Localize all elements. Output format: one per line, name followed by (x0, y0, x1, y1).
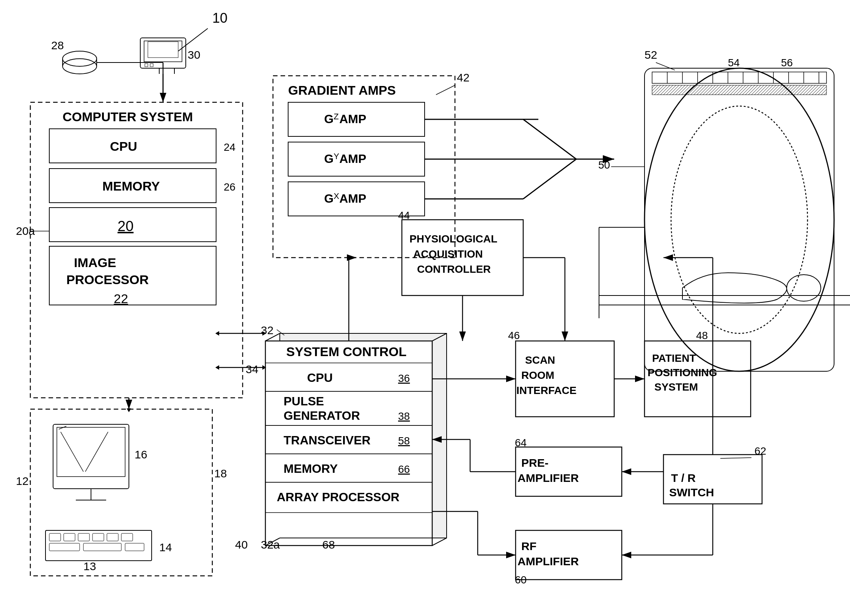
svg-text:T / R: T / R (671, 472, 696, 484)
svg-text:34: 34 (246, 363, 258, 375)
svg-text:54: 54 (728, 57, 740, 69)
svg-text:26: 26 (224, 181, 235, 193)
svg-text:AMP: AMP (339, 152, 366, 166)
svg-text:ROOM: ROOM (521, 369, 554, 381)
svg-text:ARRAY PROCESSOR: ARRAY PROCESSOR (277, 490, 400, 504)
svg-text:SCAN: SCAN (525, 354, 555, 366)
svg-text:AMPLIFIER: AMPLIFIER (518, 472, 579, 484)
svg-text:18: 18 (214, 467, 227, 480)
svg-text:CONTROLLER: CONTROLLER (417, 263, 491, 275)
mri-system-diagram: 10 30 28 COMPUTER SYSTEM CPU 24 MEMORY 2… (0, 0, 850, 616)
svg-text:G: G (324, 152, 334, 166)
svg-text:PRE-: PRE- (521, 457, 549, 469)
svg-text:46: 46 (508, 330, 520, 341)
svg-text:GENERATOR: GENERATOR (284, 409, 360, 422)
svg-text:22: 22 (114, 291, 128, 306)
svg-text:20: 20 (118, 218, 133, 234)
svg-text:MEMORY: MEMORY (284, 462, 338, 475)
svg-text:PROCESSOR: PROCESSOR (66, 272, 149, 287)
svg-rect-183 (652, 85, 826, 95)
svg-text:14: 14 (159, 541, 172, 553)
svg-text:SYSTEM  CONTROL: SYSTEM CONTROL (286, 344, 406, 359)
svg-text:66: 66 (398, 463, 410, 475)
svg-text:AMP: AMP (339, 112, 366, 126)
svg-text:38: 38 (398, 410, 410, 422)
svg-text:IMAGE: IMAGE (74, 255, 116, 270)
svg-text:AMPLIFIER: AMPLIFIER (518, 555, 579, 568)
svg-text:SWITCH: SWITCH (669, 486, 714, 499)
svg-text:36: 36 (398, 372, 410, 384)
svg-text:56: 56 (781, 57, 793, 69)
svg-text:GRADIENT AMPS: GRADIENT AMPS (288, 83, 396, 97)
svg-text:68: 68 (322, 538, 335, 551)
svg-text:RF: RF (521, 540, 536, 552)
svg-text:CPU: CPU (307, 371, 333, 385)
svg-text:13: 13 (83, 560, 96, 572)
svg-text:30: 30 (188, 48, 200, 61)
svg-text:SYSTEM: SYSTEM (654, 381, 698, 393)
svg-text:48: 48 (696, 330, 708, 341)
svg-text:42: 42 (457, 71, 469, 84)
svg-text:44: 44 (398, 210, 410, 221)
svg-text:CPU: CPU (110, 139, 137, 153)
svg-text:24: 24 (224, 141, 235, 153)
svg-text:40: 40 (235, 538, 248, 551)
svg-text:50: 50 (598, 159, 610, 171)
svg-text:64: 64 (515, 437, 527, 449)
svg-text:28: 28 (51, 39, 64, 52)
svg-text:PATIENT: PATIENT (652, 352, 696, 364)
svg-text:58: 58 (398, 435, 410, 447)
svg-text:32a: 32a (261, 538, 280, 551)
svg-text:PULSE: PULSE (284, 394, 324, 408)
svg-text:POSITIONING: POSITIONING (648, 367, 717, 378)
svg-text:62: 62 (754, 445, 766, 457)
svg-text:PHYSIOLOGICAL: PHYSIOLOGICAL (409, 233, 497, 245)
ref-10: 10 (212, 10, 227, 26)
svg-text:COMPUTER SYSTEM: COMPUTER SYSTEM (63, 109, 193, 124)
svg-text:G: G (324, 192, 334, 205)
svg-text:Z: Z (334, 112, 339, 121)
svg-text:MEMORY: MEMORY (102, 179, 160, 193)
svg-text:TRANSCEIVER: TRANSCEIVER (284, 433, 370, 447)
svg-text:12: 12 (16, 475, 28, 487)
svg-text:16: 16 (135, 448, 147, 461)
svg-text:Y: Y (334, 152, 339, 161)
svg-text:52: 52 (645, 48, 657, 61)
svg-text:G: G (324, 112, 334, 126)
svg-text:ACQUISITION: ACQUISITION (413, 248, 483, 260)
svg-text:INTERFACE: INTERFACE (516, 385, 577, 396)
svg-text:AMP: AMP (339, 192, 366, 205)
svg-text:X: X (334, 191, 339, 201)
svg-text:60: 60 (515, 574, 527, 586)
